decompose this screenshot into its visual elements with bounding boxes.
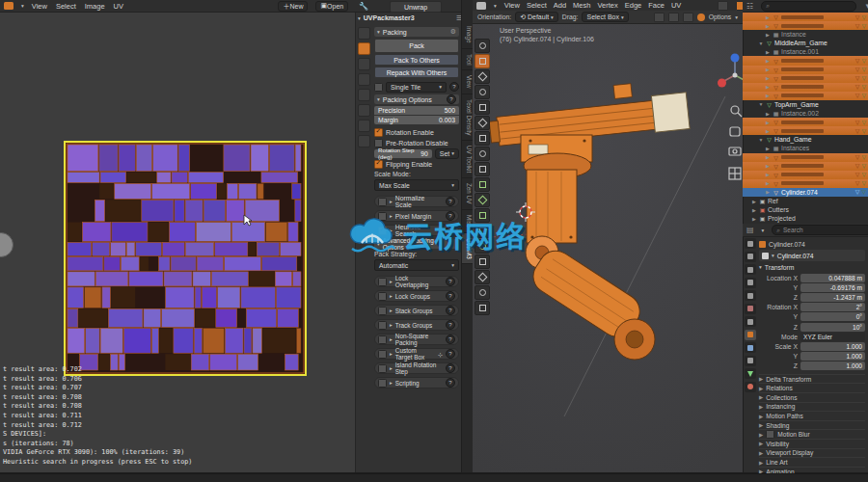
field-value[interactable]: XYZ Euler xyxy=(800,333,865,341)
expander-icon[interactable]: ▶ xyxy=(765,154,771,160)
packing-options-header[interactable]: ▾ Packing Options ? xyxy=(374,94,459,104)
field-value[interactable]: 0.047888 m xyxy=(800,274,865,282)
menu-image[interactable]: Image xyxy=(85,2,105,11)
expander-icon[interactable]: ▼ xyxy=(758,40,764,46)
outliner-row[interactable]: ▶▽▽▽ xyxy=(743,179,868,188)
tool-icon-0[interactable] xyxy=(475,39,490,53)
properties-icon[interactable]: ▤ xyxy=(746,226,754,234)
expander-icon[interactable]: ▶ xyxy=(765,163,771,169)
tool-icon-14[interactable] xyxy=(475,254,490,269)
checkbox[interactable] xyxy=(378,278,387,286)
render-visibility-icon[interactable]: ▽ xyxy=(855,163,860,169)
outliner-row[interactable]: ▶▦Instances xyxy=(743,144,868,152)
tool-icon-6[interactable] xyxy=(475,131,490,146)
expand-arrow-icon[interactable]: ▸ xyxy=(390,336,393,342)
option-row-pixel-margin[interactable]: ▸Pixel Margin? xyxy=(374,210,459,222)
render-visibility-icon[interactable]: ▽ xyxy=(855,172,860,177)
viewport-visibility-icon[interactable]: ▽ xyxy=(861,172,866,177)
pre-rotation-disable-checkbox[interactable] xyxy=(374,139,383,147)
pan-hand-icon[interactable] xyxy=(730,127,740,136)
options-dropdown[interactable]: Options xyxy=(709,13,731,20)
tool-icon-2[interactable] xyxy=(475,69,490,84)
section-checkbox[interactable] xyxy=(766,430,774,439)
render-visibility-icon[interactable]: ▽ xyxy=(855,58,860,64)
viewport-visibility-icon[interactable]: ▽ xyxy=(861,67,866,72)
menu-edge[interactable]: Edge xyxy=(625,1,642,10)
expander-icon[interactable]: ▶ xyxy=(765,189,771,195)
properties-tab-6[interactable] xyxy=(745,316,756,327)
expand-arrow-icon[interactable]: ▸ xyxy=(390,365,393,371)
option-row-heuristic-search[interactable]: ▸Heuristic Search? xyxy=(374,225,459,236)
viewport-visibility-icon[interactable]: ▽ xyxy=(861,58,866,64)
outliner-row[interactable]: ▶▽▽▽ xyxy=(743,66,868,74)
tool-icon-3[interactable] xyxy=(475,85,490,99)
field-value[interactable]: 1.000 xyxy=(800,352,865,361)
render-visibility-icon[interactable]: ▽ xyxy=(855,154,860,160)
checkbox[interactable] xyxy=(378,379,387,388)
menu-select[interactable]: Select xyxy=(56,2,76,11)
option-row-island-rotation-step[interactable]: ▸Island Rotation Step? xyxy=(374,362,459,374)
option-row-normalize-scale[interactable]: ▸Normalize Scale? xyxy=(374,196,459,207)
option-row-lock-overlapping[interactable]: ▸Lock Overlapping? xyxy=(374,276,459,287)
outliner-row[interactable]: ▶▽▽▽ xyxy=(743,13,868,21)
render-visibility-icon[interactable]: ▽ xyxy=(855,189,860,195)
pack-strategy-dropdown[interactable]: Automatic▾ xyxy=(374,259,459,271)
proportional-edit-icon[interactable] xyxy=(697,13,705,21)
breadcrumb[interactable]: Cylinder.074 xyxy=(769,241,805,248)
outliner-row[interactable]: ▶▽▽▽ xyxy=(743,171,868,179)
transform-section-header[interactable]: ▾ Transform xyxy=(759,261,865,273)
expand-arrow-icon[interactable]: ▸ xyxy=(390,351,393,357)
expander-icon[interactable]: ▶ xyxy=(765,180,771,186)
viewport-visibility-icon[interactable]: ▽ xyxy=(861,120,866,125)
expander-icon[interactable]: ▶ xyxy=(765,58,771,64)
overlay-toggle-icon[interactable] xyxy=(718,1,728,11)
option-row-stack-groups[interactable]: ▸Stack Groups? xyxy=(374,305,459,316)
tool-icon-9[interactable] xyxy=(475,177,490,192)
scale-mode-dropdown[interactable]: Max Scale▾ xyxy=(374,179,459,191)
open-image-button[interactable]: ▣ Open xyxy=(315,1,348,12)
properties-tab-8[interactable] xyxy=(745,342,756,353)
expand-arrow-icon[interactable]: ▸ xyxy=(390,322,393,328)
properties-tab-10[interactable] xyxy=(745,368,756,379)
properties-tab-0[interactable] xyxy=(745,238,756,249)
tool-icon-17[interactable] xyxy=(475,301,490,315)
tool-icon-13[interactable] xyxy=(475,239,490,254)
properties-tab-7[interactable] xyxy=(745,330,756,340)
object-name-row[interactable]: ▾ Cylinder.074 xyxy=(759,250,865,261)
outliner-row[interactable]: ▼▽MiddleArm_Game xyxy=(743,39,868,47)
section-shading[interactable]: ▶Shading xyxy=(759,420,865,430)
expander-icon[interactable]: ▶ xyxy=(765,172,771,177)
render-visibility-icon[interactable]: ▽ xyxy=(855,128,860,134)
help-icon[interactable]: ? xyxy=(446,291,455,301)
rotation-step-slider[interactable]: Rotation Step (deg) 90 xyxy=(374,149,432,158)
rotation-step-set-dropdown[interactable]: Set ▾ xyxy=(435,148,459,159)
outliner-row[interactable]: ▼▽Hand_Game xyxy=(743,135,868,144)
render-visibility-icon[interactable]: ▽ xyxy=(855,75,860,81)
option-row-custom-target-box[interactable]: ▸Custom Target Box⊹? xyxy=(374,348,459,360)
tile-mode-toggle[interactable] xyxy=(374,83,383,92)
expander-icon[interactable]: ▶ xyxy=(765,120,771,125)
unwrap-tool-button[interactable]: Unwrap xyxy=(390,1,442,13)
tool-icon-12[interactable] xyxy=(475,224,490,238)
side-tab-uvpm3[interactable]: UVPM3 xyxy=(462,233,473,265)
checkbox[interactable] xyxy=(378,198,387,206)
outliner-row[interactable]: ▶▽▽▽ xyxy=(743,118,868,126)
render-visibility-icon[interactable]: ▽ xyxy=(855,180,860,186)
side-tab-uv-toolkit[interactable]: UV Toolkit xyxy=(462,141,473,178)
outliner-search-input[interactable]: ⌕ xyxy=(761,1,856,12)
section-collections[interactable]: ▶Collections xyxy=(759,392,865,402)
menu-select[interactable]: Select xyxy=(527,1,547,10)
field-value[interactable]: 1.000 xyxy=(800,362,865,370)
properties-tab-1[interactable] xyxy=(745,252,756,262)
checkbox[interactable] xyxy=(378,321,387,330)
tool-icon-11[interactable] xyxy=(475,208,490,223)
expander-icon[interactable]: ▶ xyxy=(751,207,757,213)
expander-icon[interactable]: ▶ xyxy=(765,49,771,55)
section-motion-blur[interactable]: ▶Motion Blur xyxy=(759,429,865,439)
expander-icon[interactable]: ▶ xyxy=(765,146,771,151)
tool-icon-8[interactable] xyxy=(475,162,490,176)
help-icon[interactable]: ? xyxy=(446,277,455,286)
checkbox[interactable] xyxy=(378,212,387,221)
orientation-dropdown[interactable]: ⟲ Default ▾ xyxy=(515,12,558,22)
side-tab-texel-density[interactable]: Texel Density xyxy=(462,94,473,141)
